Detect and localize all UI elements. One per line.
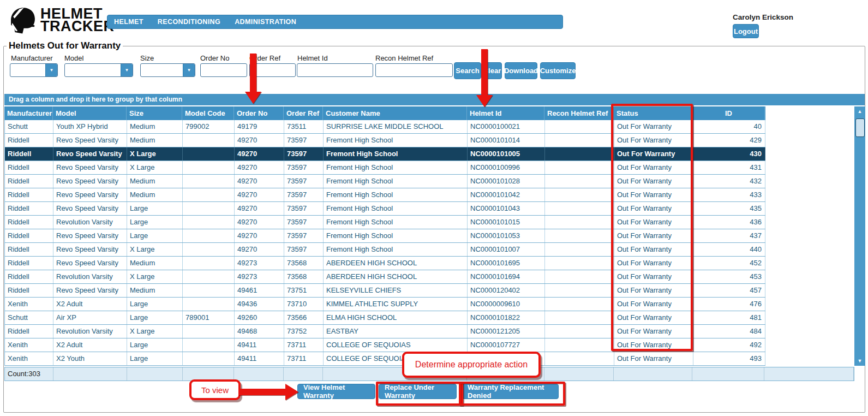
table-row[interactable]: Schutt Youth XP Hybrid Medium 799002 491… bbox=[4, 120, 765, 134]
search-button[interactable]: Search bbox=[454, 62, 481, 79]
replace-under-warranty-button[interactable]: Replace Under Warranty bbox=[379, 384, 457, 399]
helmet-tracker-app: HELMET TRACKER HELMET RECONDITIONING ADM… bbox=[0, 0, 868, 416]
table-row[interactable]: Xenith X2 Youth Large 49411 73711 COLLEG… bbox=[4, 352, 765, 366]
logout-button[interactable]: Logout bbox=[733, 24, 759, 38]
table-row[interactable]: Schutt Air XP Large 789001 49260 73566 E… bbox=[4, 311, 765, 325]
cell-model-code bbox=[183, 284, 235, 297]
table-row[interactable]: Riddell Revo Speed Varsity Medium 49270 … bbox=[4, 134, 765, 147]
cell-customer-name: Fremont High School bbox=[324, 202, 468, 215]
scrollbar-thumb[interactable] bbox=[855, 118, 865, 137]
cell-model: Revo Speed Varsity bbox=[53, 257, 127, 270]
cell-customer-name: KELSEYVILLE CHIEFS bbox=[324, 284, 468, 297]
column-header-id[interactable]: ID bbox=[693, 106, 765, 120]
cell-order-ref: 73566 bbox=[284, 311, 324, 324]
cell-recon-helmet-ref bbox=[545, 338, 614, 352]
model-select[interactable]: ▼ bbox=[64, 63, 133, 77]
cell-helmet-id: NC0000101694 bbox=[468, 270, 545, 283]
cell-order-ref: 73597 bbox=[284, 134, 324, 147]
column-header-status[interactable]: Status bbox=[614, 106, 693, 120]
recon-helmet-ref-input[interactable] bbox=[375, 63, 453, 77]
cell-size: Medium bbox=[127, 120, 183, 133]
helmet-id-input[interactable] bbox=[297, 63, 373, 77]
cell-model-code bbox=[183, 175, 235, 188]
download-button[interactable]: Download bbox=[505, 62, 537, 79]
table-row[interactable]: Riddell Revo Speed Varsity X Large 49270… bbox=[4, 147, 765, 161]
table-row[interactable]: Riddell Revo Speed Varsity Large 49270 7… bbox=[4, 229, 765, 243]
table-row[interactable]: Riddell Revo Speed Varsity Large 49270 7… bbox=[4, 202, 765, 216]
column-header-order-ref[interactable]: Order Ref bbox=[284, 106, 323, 120]
cell-status: Out For Warranty bbox=[614, 134, 693, 147]
cell-order-ref: 73511 bbox=[284, 120, 324, 133]
cell-order-no: 49260 bbox=[235, 311, 284, 324]
group-by-drop-zone[interactable]: Drag a column and drop it here to group … bbox=[4, 94, 865, 105]
table-row[interactable]: Xenith X2 Adult Large 49411 73711 COLLEG… bbox=[4, 338, 765, 352]
order-ref-input[interactable] bbox=[249, 63, 296, 77]
customize-button[interactable]: Customize bbox=[540, 62, 576, 79]
clear-button[interactable]: Clear bbox=[482, 62, 502, 79]
warranty-replacement-denied-button[interactable]: Warranty Replacement Denied bbox=[462, 384, 559, 399]
scroll-up-icon[interactable]: ▲ bbox=[854, 106, 865, 116]
recon-helmet-ref-label: Recon Helmet Ref bbox=[375, 54, 433, 62]
table-scrollbar[interactable]: ▲ ▼ bbox=[854, 106, 865, 366]
cell-size: X Large bbox=[127, 325, 183, 338]
table-row[interactable]: Riddell Revo Speed Varsity Medium 49270 … bbox=[4, 188, 765, 202]
column-header-recon-helmet-ref[interactable]: Recon Helmet Ref bbox=[544, 106, 614, 120]
cell-size: X Large bbox=[127, 161, 183, 174]
table-row[interactable]: Riddell Revo Speed Varsity X Large 49270… bbox=[4, 161, 765, 175]
cell-model-code bbox=[183, 352, 235, 365]
table-row[interactable]: Xenith X2 Adult Large 49436 73710 KIMMEL… bbox=[4, 298, 765, 311]
table-row[interactable]: Riddell Revolution Varsity Large 49270 7… bbox=[4, 216, 765, 229]
helmet-id-label: Helmet Id bbox=[297, 54, 328, 62]
table-row[interactable]: Riddell Revolution Varsity X Large 49273… bbox=[4, 270, 765, 284]
scroll-down-icon[interactable]: ▼ bbox=[854, 356, 865, 366]
cell-model-code bbox=[183, 134, 235, 147]
main-nav: HELMET RECONDITIONING ADMINISTRATION bbox=[107, 15, 563, 29]
cell-helmet-id: NC0000101028 bbox=[468, 175, 545, 188]
column-header-model[interactable]: Model bbox=[53, 106, 127, 120]
nav-item-reconditioning[interactable]: RECONDITIONING bbox=[158, 18, 220, 26]
cell-status: Out For Warranty bbox=[614, 338, 693, 352]
cell-helmet-id: NC0000101005 bbox=[468, 147, 545, 161]
column-header-customer-name[interactable]: Customer Name bbox=[323, 106, 467, 120]
table-row[interactable]: Riddell Revolution Varsity X Large 49468… bbox=[4, 325, 765, 338]
cell-size: Medium bbox=[127, 134, 183, 147]
nav-item-administration[interactable]: ADMINISTRATION bbox=[235, 18, 296, 26]
cell-manufacturer: Riddell bbox=[5, 175, 53, 188]
cell-manufacturer: Riddell bbox=[5, 161, 53, 174]
chevron-down-icon[interactable]: ▼ bbox=[45, 64, 57, 76]
chevron-down-icon[interactable]: ▼ bbox=[121, 64, 133, 76]
cell-customer-name: Fremont High School bbox=[324, 243, 468, 256]
cell-customer-name: ABERDEEN HIGH SCHOOL bbox=[324, 270, 468, 283]
cell-manufacturer: Riddell bbox=[5, 147, 53, 161]
cell-order-no: 49436 bbox=[235, 298, 284, 311]
chevron-down-icon[interactable]: ▼ bbox=[183, 64, 195, 76]
cell-status: Out For Warranty bbox=[614, 311, 693, 324]
size-select[interactable]: ▼ bbox=[140, 63, 195, 77]
column-header-manufacturer[interactable]: Manufacturer bbox=[4, 106, 53, 120]
order-no-input[interactable] bbox=[200, 63, 247, 77]
table-row[interactable]: Riddell Revo Speed Varsity Medium 49273 … bbox=[4, 257, 765, 270]
table-row[interactable]: Riddell Revo Speed Varsity Medium 49270 … bbox=[4, 175, 765, 188]
cell-model-code bbox=[183, 202, 235, 215]
cell-model: Revolution Varsity bbox=[53, 270, 127, 283]
cell-size: Large bbox=[127, 229, 183, 242]
cell-manufacturer: Riddell bbox=[5, 270, 53, 283]
app-logo: HELMET TRACKER bbox=[9, 6, 115, 34]
manufacturer-select[interactable]: ▼ bbox=[10, 63, 58, 77]
cell-status: Out For Warranty bbox=[614, 120, 693, 133]
cell-customer-name: Fremont High School bbox=[324, 134, 468, 147]
column-header-helmet-id[interactable]: Helmet Id bbox=[467, 106, 544, 120]
table-row[interactable]: Riddell Revo Speed Varsity Medium 49461 … bbox=[4, 284, 765, 298]
table-row[interactable]: Riddell Revo Speed Varsity X Large 49270… bbox=[4, 243, 765, 257]
cell-id: 481 bbox=[693, 311, 765, 324]
column-header-order-no[interactable]: Order No bbox=[234, 106, 284, 120]
cell-id: 452 bbox=[693, 257, 765, 270]
cell-model: Revo Speed Varsity bbox=[53, 202, 127, 215]
column-header-size[interactable]: Size bbox=[127, 106, 182, 120]
cell-recon-helmet-ref bbox=[545, 352, 614, 365]
cell-order-ref: 73597 bbox=[284, 161, 324, 174]
view-helmet-warranty-button[interactable]: View Helmet Warranty bbox=[297, 384, 375, 399]
cell-order-ref: 73711 bbox=[284, 338, 324, 352]
column-header-model-code[interactable]: Model Code bbox=[182, 106, 234, 120]
nav-item-helmet[interactable]: HELMET bbox=[114, 18, 143, 26]
